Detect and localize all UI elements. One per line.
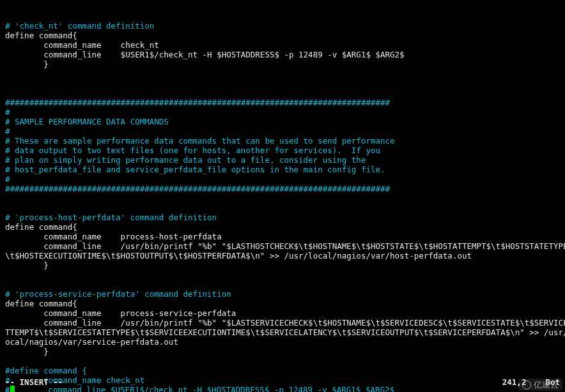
code-line[interactable] xyxy=(5,69,560,79)
code-line[interactable]: define command{ xyxy=(5,222,560,232)
code-line-wrap[interactable]: \t$HOSTEXECUTIONTIME$\t$HOSTOUTPUT$\t$HO… xyxy=(5,251,560,260)
terminal-window[interactable]: # 'check_nt' command definitiondefine co… xyxy=(0,0,565,392)
code-line[interactable]: define command{ xyxy=(5,31,560,40)
code-line[interactable]: # 'check_nt' command definition xyxy=(5,21,560,31)
code-line[interactable]: } xyxy=(5,260,560,270)
code-line[interactable]: define command{ xyxy=(5,299,560,308)
watermark: 亿速云 xyxy=(518,379,562,391)
code-line[interactable]: # data output to two text files (one for… xyxy=(5,146,560,155)
vim-status-bar: -- INSERT -- 241,2 Bot xyxy=(5,377,560,387)
code-line[interactable]: # plan on simply writing performance dat… xyxy=(5,155,560,165)
code-line[interactable]: # xyxy=(5,174,560,184)
code-line[interactable] xyxy=(5,203,560,213)
watermark-icon xyxy=(522,381,531,389)
code-line[interactable]: # host_perfdata_file and service_perfdat… xyxy=(5,165,560,174)
code-line[interactable]: # 'process-service-perfdata' command def… xyxy=(5,289,560,299)
code-line[interactable]: #define command { xyxy=(5,366,560,375)
code-line-wrap[interactable]: TTEMPT$\t$SERVICESTATETYPE$\t$SERVICEEXE… xyxy=(5,328,560,337)
code-line[interactable]: command_name process-host-perfdata xyxy=(5,232,560,241)
code-line[interactable]: command_line /usr/bin/printf "%b" "$LAST… xyxy=(5,241,560,251)
code-line[interactable]: # 'process-host-perfdata' command defini… xyxy=(5,213,560,222)
code-line[interactable]: command_name process-service-perfdata xyxy=(5,308,560,318)
code-line[interactable]: } xyxy=(5,347,560,356)
code-line-wrap[interactable]: ocal/nagios/var/service-perfdata.out xyxy=(5,337,560,347)
watermark-text: 亿速云 xyxy=(534,380,559,389)
code-line[interactable] xyxy=(5,193,560,203)
code-line[interactable] xyxy=(5,88,560,98)
code-line[interactable] xyxy=(5,79,560,88)
code-line[interactable]: # xyxy=(5,107,560,117)
file-content[interactable]: # 'check_nt' command definitiondefine co… xyxy=(0,19,565,392)
code-line[interactable]: # These are sample performance data comm… xyxy=(5,136,560,146)
code-line[interactable] xyxy=(5,270,560,280)
code-line[interactable]: # SAMPLE PERFORMANCE DATA COMMANDS xyxy=(5,117,560,126)
code-line[interactable]: ########################################… xyxy=(5,98,560,107)
code-line[interactable]: ########################################… xyxy=(5,184,560,193)
code-line[interactable]: command_line /usr/bin/printf "%b" "$LAST… xyxy=(5,318,560,328)
code-line[interactable] xyxy=(5,280,560,289)
code-line[interactable] xyxy=(5,356,560,366)
code-line[interactable]: command_line $USER1$/check_nt -H $HOSTAD… xyxy=(5,50,560,59)
code-line[interactable]: # xyxy=(5,126,560,136)
vim-mode: -- INSERT -- xyxy=(5,377,63,387)
code-line[interactable]: } xyxy=(5,59,560,69)
code-line[interactable]: command_name check_nt xyxy=(5,40,560,50)
